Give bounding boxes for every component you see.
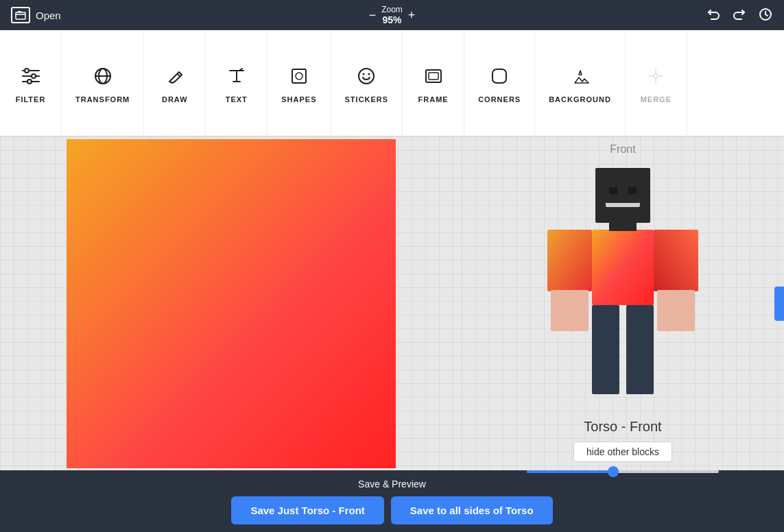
svg-point-6: [32, 74, 36, 78]
toolbar-item-background[interactable]: BACKGROUND: [535, 30, 626, 136]
svg-rect-20: [595, 168, 650, 223]
open-label[interactable]: Open: [36, 10, 61, 21]
transform-label: TRANSFORM: [75, 95, 130, 104]
svg-rect-25: [547, 230, 592, 291]
zoom-minus-button[interactable]: −: [369, 9, 377, 21]
character-svg: [513, 161, 733, 415]
svg-line-11: [177, 73, 180, 76]
shapes-label: SHAPES: [281, 95, 316, 104]
svg-point-13: [296, 73, 302, 80]
corners-icon: [486, 62, 513, 90]
save-preview-label: Save & Preview: [358, 479, 426, 489]
text-label: TEXT: [226, 95, 248, 104]
slider-thumb[interactable]: [608, 466, 619, 477]
preview-area: Front: [462, 136, 784, 470]
merge-icon: [642, 62, 669, 90]
frame-label: FRAME: [418, 95, 449, 104]
zoom-label: Zoom: [381, 5, 403, 14]
svg-rect-24: [628, 187, 637, 194]
filter-icon: [17, 62, 45, 90]
hide-blocks-button[interactable]: hide other blocks: [573, 442, 672, 462]
svg-rect-30: [592, 305, 619, 394]
toolbar-item-transform[interactable]: TRANSFORM: [62, 30, 144, 136]
zoom-control: − Zoom 95% +: [369, 5, 416, 25]
svg-point-14: [359, 69, 374, 84]
svg-rect-27: [654, 230, 698, 291]
svg-point-5: [25, 69, 29, 73]
toolbar-item-shapes[interactable]: SHAPES: [268, 30, 331, 136]
top-bar-left: Open: [11, 7, 61, 23]
part-label: Torso - Front: [584, 419, 661, 435]
toolbar-item-draw[interactable]: DRAW: [144, 30, 206, 136]
svg-rect-0: [16, 12, 25, 19]
svg-rect-19: [492, 69, 506, 83]
history-button[interactable]: [758, 7, 773, 24]
svg-rect-12: [292, 69, 306, 83]
svg-rect-23: [609, 187, 617, 194]
side-tab[interactable]: [774, 287, 784, 321]
text-icon: [223, 62, 250, 90]
svg-rect-32: [609, 221, 637, 231]
slider-fill: [527, 470, 613, 473]
stickers-label: STICKERS: [345, 95, 389, 104]
svg-rect-28: [657, 290, 695, 331]
redo-button[interactable]: [732, 7, 747, 24]
merge-label: MERGE: [641, 95, 672, 104]
canvas-area[interactable]: [0, 136, 462, 470]
save-all-button[interactable]: Save to all sides of Torso: [391, 496, 553, 524]
svg-point-16: [368, 73, 370, 75]
frame-icon: [420, 62, 447, 90]
toolbar-item-frame[interactable]: FRAME: [403, 30, 464, 136]
toolbar-item-text[interactable]: TEXT: [206, 30, 268, 136]
bottom-bar: Save & Preview Save Just Torso - Front S…: [0, 470, 784, 532]
svg-rect-31: [626, 305, 654, 394]
svg-rect-26: [551, 290, 589, 331]
top-bar: Open − Zoom 95% +: [0, 0, 784, 30]
draw-icon: [161, 62, 189, 90]
toolbar-item-merge[interactable]: MERGE: [626, 30, 687, 136]
toolbar-item-corners[interactable]: CORNERS: [464, 30, 535, 136]
stickers-icon: [353, 62, 380, 90]
slider-container[interactable]: [527, 470, 719, 473]
background-icon: [567, 62, 594, 90]
open-app-icon: [11, 7, 30, 23]
bottom-buttons: Save Just Torso - Front Save to all side…: [231, 496, 552, 524]
zoom-plus-button[interactable]: +: [408, 9, 416, 21]
canvas-image[interactable]: [67, 139, 396, 468]
toolbar: FILTER TRANSFORM DRAW: [0, 30, 784, 136]
draw-label: DRAW: [162, 95, 188, 104]
background-label: BACKGROUND: [549, 95, 611, 104]
top-bar-right: [706, 7, 773, 24]
shapes-icon: [285, 62, 313, 90]
toolbar-item-filter[interactable]: FILTER: [0, 30, 62, 136]
corners-label: CORNERS: [478, 95, 521, 104]
svg-point-7: [27, 80, 32, 84]
character-container: [513, 161, 733, 415]
toolbar-item-stickers[interactable]: STICKERS: [331, 30, 403, 136]
svg-rect-18: [429, 73, 438, 80]
save-just-button[interactable]: Save Just Torso - Front: [231, 496, 383, 524]
transform-icon: [89, 62, 117, 90]
zoom-value: 95%: [381, 14, 403, 25]
main-content: Front: [0, 136, 784, 470]
view-label: Front: [610, 143, 635, 156]
svg-rect-22: [606, 199, 640, 203]
zoom-display: Zoom 95%: [381, 5, 403, 25]
undo-button[interactable]: [706, 7, 721, 24]
filter-label: FILTER: [16, 95, 46, 104]
slider-track[interactable]: [527, 470, 719, 473]
svg-rect-29: [592, 230, 654, 305]
svg-point-15: [363, 73, 365, 75]
